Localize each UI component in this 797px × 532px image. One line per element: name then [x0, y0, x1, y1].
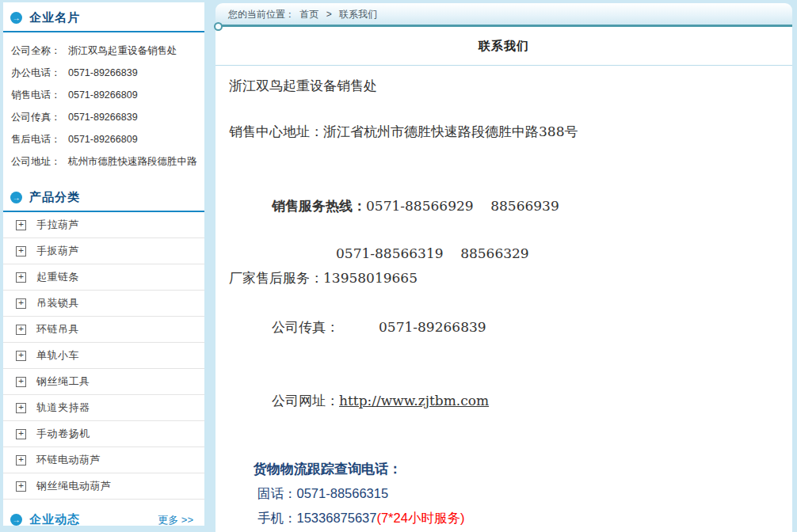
breadcrumb-current: 联系我们 [339, 9, 377, 20]
card-field-row: 销售电话： 0571-89266809 [3, 84, 204, 106]
category-item-monorail-trolley[interactable]: + 单轨小车 [3, 343, 204, 369]
arrow-circle-icon: → [10, 12, 22, 24]
category-item-rigging-locks[interactable]: + 吊装锁具 [3, 291, 204, 317]
card-field-row: 办公电话： 0571-89266839 [3, 62, 204, 84]
category-item-hand-winch[interactable]: + 手动卷扬机 [3, 421, 204, 447]
plus-box-icon: + [16, 220, 26, 230]
field-value: 0571-89266809 [68, 89, 204, 101]
category-item-chain-sling[interactable]: + 环链吊具 [3, 317, 204, 343]
website-label: 公司网址： [272, 393, 339, 408]
contact-info-block: 浙江双鸟起重设备销售处 销售中心地址：浙江省杭州市德胜快速路段德胜中路388号 … [215, 66, 792, 438]
main-panel: 您的当前位置： 首页 > 联系我们 联系我们 浙江双鸟起重设备销售处 销售中心地… [215, 3, 792, 532]
logistics-tracking-block: 货物物流跟踪查询电话： 固话：0571-88566315 手机：15336875… [215, 458, 792, 532]
sidebar: → 企业名片 公司全称： 浙江双鸟起重设备销售处 办公电话： 0571-8926… [3, 2, 204, 526]
company-card-fields: 公司全称： 浙江双鸟起重设备销售处 办公电话： 0571-89266839 销售… [3, 32, 204, 180]
sales-hotline-line2: 0571-88566319 88566329 [229, 241, 792, 266]
category-item-electric-wire-rope-hoist[interactable]: + 钢丝绳电动葫芦 [3, 473, 204, 500]
aftersale-service-line: 厂家售后服务：13958019665 [229, 266, 792, 291]
fax-label: 公司传真： [272, 319, 339, 335]
company-website-line: 公司网址：http://www.zjtbm.com [229, 364, 792, 438]
card-field-row: 公司传真： 0571-89266839 [3, 106, 204, 128]
plus-box-icon: + [16, 377, 26, 387]
category-item-rail-clamp[interactable]: + 轨道夹持器 [3, 395, 204, 421]
company-name: 浙江双鸟起重设备销售处 [229, 66, 792, 97]
field-value: 0571-89266839 [68, 112, 204, 123]
category-item-lever-hoist[interactable]: + 手扳葫芦 [3, 238, 204, 264]
breadcrumb-separator: > [326, 9, 332, 20]
product-categories-header: → 产品分类 [3, 182, 204, 212]
plus-box-icon: + [16, 429, 26, 439]
product-categories-title: 产品分类 [29, 190, 80, 205]
service-hours-note: (7*24小时服务) [376, 511, 464, 525]
field-label: 公司全称： [11, 44, 68, 58]
sales-hotline-label: 销售服务热线： [272, 198, 366, 214]
card-field-row: 售后电话： 0571-89266809 [3, 128, 204, 150]
contact-content: 联系我们 浙江双鸟起重设备销售处 销售中心地址：浙江省杭州市德胜快速路段德胜中路… [215, 27, 792, 532]
logistics-mobile-line: 手机：15336875637(7*24小时服务) [254, 506, 792, 530]
fax-value: 0571-89266839 [379, 319, 486, 335]
field-label: 售后电话： [11, 133, 68, 146]
field-label: 办公电话： [11, 66, 68, 80]
category-item-lifting-chain[interactable]: + 起重链条 [3, 264, 204, 291]
field-label: 销售电话： [11, 89, 68, 102]
card-field-row: 公司地址： 杭州市德胜快速路段德胜中路 [3, 150, 204, 173]
logistics-mobile-number: 手机：15336875637 [257, 511, 376, 525]
company-fax-line: 公司传真：0571-89266839 [229, 291, 792, 364]
sales-center-address: 销售中心地址：浙江省杭州市德胜快速路段德胜中路388号 [229, 120, 792, 143]
plus-box-icon: + [16, 403, 26, 413]
company-news-title: 企业动态 [29, 512, 80, 527]
field-value: 0571-89266839 [68, 67, 204, 78]
sales-hotline-line: 销售服务热线：0571-88566929 88566939 [229, 170, 792, 241]
panel-divider [215, 25, 792, 27]
company-card-title: 企业名片 [29, 10, 80, 25]
field-label: 公司地址： [11, 155, 68, 169]
card-field-row: 公司全称： 浙江双鸟起重设备销售处 [3, 40, 204, 62]
field-value: 杭州市德胜快速路段德胜中路 [68, 155, 204, 169]
category-item-hand-chain-hoist[interactable]: + 手拉葫芦 [3, 212, 204, 238]
logistics-tel-line: 固话：0571-88566315 [254, 481, 792, 506]
plus-box-icon: + [16, 325, 26, 335]
category-item-electric-chain-hoist[interactable]: + 环链电动葫芦 [3, 447, 204, 473]
category-item-wire-rope-tools[interactable]: + 钢丝绳工具 [3, 369, 204, 395]
page-title: 联系我们 [215, 27, 792, 66]
company-card-header: → 企业名片 [3, 2, 204, 32]
arrow-circle-icon: → [10, 192, 22, 203]
page: → 企业名片 公司全称： 浙江双鸟起重设备销售处 办公电话： 0571-8926… [0, 0, 797, 532]
website-link[interactable]: http://www.zjtbm.com [339, 393, 489, 408]
breadcrumb-prefix: 您的当前位置： [228, 9, 295, 20]
field-value: 浙江双鸟起重设备销售处 [68, 44, 204, 58]
divider-dot-icon [214, 22, 223, 31]
plus-box-icon: + [16, 481, 26, 492]
breadcrumb: 您的当前位置： 首页 > 联系我们 [215, 3, 792, 25]
sales-hotline-numbers: 0571-88566929 88566939 [366, 198, 559, 214]
plus-box-icon: + [16, 272, 26, 283]
field-label: 公司传真： [11, 111, 68, 124]
plus-box-icon: + [16, 298, 26, 309]
plus-box-icon: + [16, 351, 26, 361]
arrow-circle-icon: → [10, 514, 22, 526]
field-value: 0571-89266809 [68, 134, 204, 145]
plus-box-icon: + [16, 455, 26, 466]
product-categories: → 产品分类 + 手拉葫芦 + 手扳葫芦 + 起重链条 + 吊装锁具 + 环链吊… [3, 182, 204, 500]
logistics-title: 货物物流跟踪查询电话： [254, 458, 792, 481]
company-news-header: → 企业动态 更多 >> [3, 504, 204, 532]
more-link[interactable]: 更多 >> [158, 513, 196, 527]
breadcrumb-home-link[interactable]: 首页 [299, 9, 318, 20]
plus-box-icon: + [16, 246, 26, 256]
